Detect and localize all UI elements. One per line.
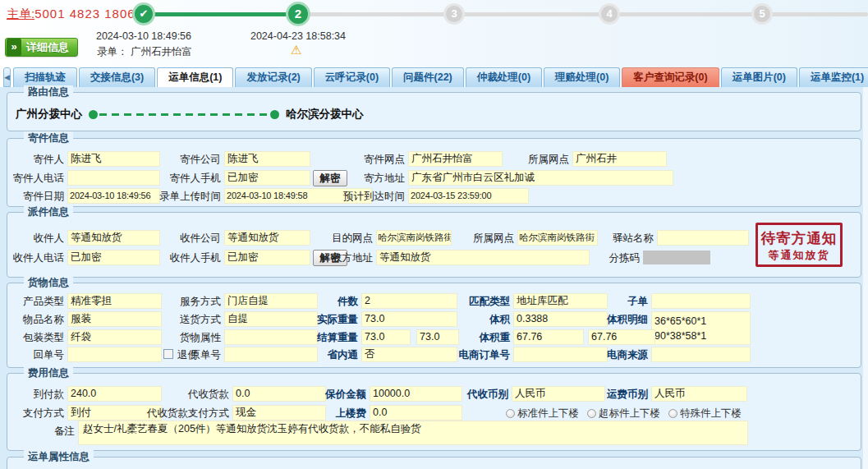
tab-scan-trace[interactable]: 扫描轨迹	[13, 67, 77, 87]
volume-weight-field-1[interactable]: 67.76	[513, 329, 584, 345]
tab-release-records[interactable]: 发放记录(2)	[235, 67, 311, 87]
sender-address-label: 寄方地址	[306, 170, 405, 186]
section-receiver-title: 派件信息	[24, 205, 73, 218]
ec-source-label: 电商来源	[549, 347, 648, 363]
receiver-station-field[interactable]	[657, 230, 749, 246]
original-no-label: 原单号	[160, 347, 221, 363]
sender-address-field[interactable]: 广东省广州市白云区礼加诚	[408, 170, 673, 186]
sender-mobile-field[interactable]: 已加密	[224, 170, 310, 186]
remark-field[interactable]: 赵女士/礼橐艺春夏（205件）等通知放货沈玉婷有代收货款，不能私自验货	[78, 421, 748, 445]
match-type-label: 匹配类型	[411, 293, 510, 310]
receiver-address-label: 收方地址	[274, 250, 373, 266]
route-line: 广州分拨中心 哈尔滨分拨中心	[16, 107, 364, 122]
route-to: 哈尔滨分拨中心	[286, 107, 364, 122]
route-end-dot-icon	[270, 110, 279, 119]
cod-payment-label: 到付款	[0, 386, 64, 402]
notify-stamp-line2: 等通知放货	[758, 248, 840, 263]
master-order-number: 主单:5001 4823 1806	[7, 7, 135, 22]
detail-info-button[interactable]: » 详细信息	[5, 38, 78, 57]
tab-arbitration[interactable]: 仲裁处理(0)	[466, 67, 542, 87]
radio-special-item[interactable]: 特殊件上下楼	[668, 407, 742, 421]
warning-icon: ⚠	[291, 43, 301, 57]
floor-fee-field[interactable]: 0.0	[370, 405, 462, 421]
tab-bar: ◀ 扫描轨迹 交接信息(3) 运单信息(1) 发放记录(2) 云呼记录(0) 问…	[0, 67, 868, 87]
radio-standard-icon	[506, 409, 515, 418]
section-goods-info: 货物信息 产品类型 精准零担 服务方式 门店自提 件数 2 匹配类型 地址库匹配…	[7, 283, 861, 368]
receipt-no-label: 回单号	[0, 347, 64, 363]
radio-oversize-item[interactable]: 超标件上下楼	[587, 407, 660, 421]
sender-branch-label: 寄件网点	[306, 151, 405, 168]
tab-waybill-info[interactable]: 运单信息(1)	[157, 67, 233, 87]
sender-company-label: 寄件公司	[122, 151, 221, 168]
settle-weight-label: 结算重量	[259, 329, 358, 346]
cargo-attr-label: 货物属性	[122, 329, 221, 346]
cod-currency-label: 代收币别	[410, 386, 508, 402]
volume-detail-line2: 90*38*58*1	[654, 330, 706, 342]
tab-waybill-monitor[interactable]: 运单监控(1)	[799, 67, 868, 87]
radio-standard-item[interactable]: 标准件上下楼	[506, 407, 579, 421]
receiver-station-label: 驿站名称	[555, 230, 654, 246]
delivery-mode-label: 送货方式	[122, 311, 221, 328]
scrollbar-track[interactable]	[863, 87, 868, 469]
item-name-label: 物品名称	[0, 311, 64, 328]
tab-handover-info[interactable]: 交接信息(3)	[79, 67, 155, 87]
section-sender-title: 寄件信息	[24, 131, 73, 145]
piece-count-label: 件数	[259, 293, 358, 310]
double-chevron-icon: »	[7, 39, 21, 56]
sender-owner-branch-field[interactable]: 广州石井	[572, 151, 667, 167]
ec-source-field[interactable]	[651, 347, 751, 362]
product-type-label: 产品类型	[0, 293, 64, 310]
cod-pay-method-label: 代收货款支付方式	[131, 405, 229, 421]
stepper-progress	[144, 12, 298, 16]
tab-scroll-left-icon[interactable]: ◀	[3, 67, 11, 87]
receipt-no-field[interactable]	[67, 347, 162, 362]
tab-customer-query-records[interactable]: 客户查询记录(0)	[622, 67, 719, 87]
detail-info-button-label: 详细信息	[26, 40, 69, 55]
step-4-marker: 4	[599, 3, 620, 25]
notify-stamp-line1: 待寄方通知	[758, 228, 840, 248]
route-start-dot-icon	[89, 110, 98, 119]
service-mode-label: 服务方式	[122, 293, 221, 310]
settle-weight-field-1[interactable]: 73.0	[361, 329, 411, 345]
radio-oversize-icon	[587, 409, 596, 418]
sort-code-redacted-field[interactable]	[643, 251, 710, 264]
package-type-label: 包装类型	[0, 329, 64, 346]
sender-eta-label: 预计到达时间	[306, 188, 405, 205]
floor-fee-label: 上楼费	[268, 405, 366, 421]
waybill-detail-screen: 主单:5001 4823 1806 » 详细信息 ✔ 2 3 4 5 2024-…	[0, 0, 868, 469]
step-1-date: 2024-03-10 18:49:56	[78, 30, 209, 42]
remark-label: 备注	[0, 423, 75, 439]
tab-problem-pieces[interactable]: 问题件(22)	[392, 67, 464, 87]
route-dashed-line	[99, 113, 269, 116]
tab-cloud-call-records[interactable]: 云呼记录(0)	[314, 67, 390, 87]
sub-order-field[interactable]	[651, 293, 751, 309]
freight-currency-label: 运费币别	[549, 386, 648, 402]
section-route-title: 路由信息	[24, 85, 73, 99]
master-order-label: 主单:	[7, 7, 34, 21]
radio-special-icon	[668, 409, 677, 418]
sub-order-label: 子单	[549, 293, 648, 310]
volume-weight-label: 体积重	[411, 329, 510, 346]
pay-method-label: 支付方式	[0, 405, 64, 421]
receiver-company-label: 收件公司	[122, 230, 221, 246]
tab-claims[interactable]: 理赔处理(0)	[544, 67, 620, 87]
receiver-dest-branch-label: 目的网点	[274, 230, 373, 246]
sender-mobile-label: 寄件人手机	[122, 170, 221, 186]
notify-stamp: 待寄方通知 等通知放货	[755, 223, 843, 267]
step-2-marker: 2	[286, 2, 310, 26]
step-2-date: 2024-04-23 18:58:34	[232, 30, 364, 42]
sender-owner-branch-label: 所属网点	[471, 151, 569, 168]
section-fees-title: 费用信息	[24, 366, 73, 379]
volume-detail-field[interactable]: 36*65*60*190*38*58*1	[651, 311, 751, 345]
sender-date-label: 寄件日期	[0, 188, 64, 205]
sender-eta-field[interactable]: 2024-03-15 23:59:00	[408, 188, 529, 204]
tab-waybill-images[interactable]: 运单图片(0)	[721, 67, 797, 87]
master-order-value: 5001 4823 1806	[34, 7, 135, 21]
section-waybill-attributes: 运单属性信息	[7, 457, 861, 469]
sender-company-field[interactable]: 陈进飞	[224, 151, 310, 167]
volume-weight-field-2[interactable]: 67.76	[588, 329, 655, 345]
sender-phone-label: 寄件人电话	[0, 170, 64, 186]
section-sender-info: 寄件信息 寄件人 陈进飞 寄件公司 陈进飞 寄件网点 广州石井怡富 所属网点 广…	[7, 138, 861, 207]
freight-currency-field[interactable]: 人民币	[651, 386, 747, 402]
sender-upload-time-label: 录单上传时间	[122, 188, 221, 205]
